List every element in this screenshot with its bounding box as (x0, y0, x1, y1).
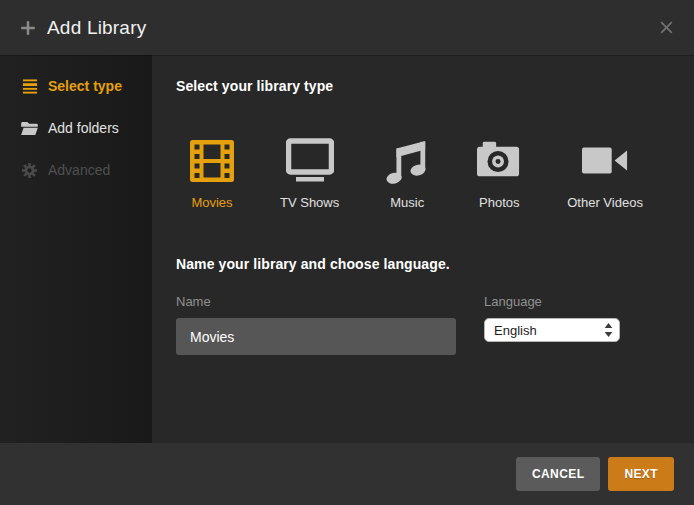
cancel-button[interactable]: CANCEL (516, 457, 600, 491)
dialog-body: Select type Add folders (0, 55, 694, 443)
language-select[interactable]: English (484, 318, 620, 342)
type-label: Photos (479, 195, 519, 210)
music-icon (383, 138, 431, 184)
dialog-footer: CANCEL NEXT (0, 443, 694, 505)
other-videos-icon (581, 138, 629, 184)
photos-icon (475, 138, 523, 184)
dialog-header: Add Library (0, 0, 694, 55)
dialog-title: Add Library (47, 17, 146, 39)
movies-icon (188, 138, 236, 184)
add-library-dialog: Add Library (0, 0, 694, 505)
main-panel: Select your library type (152, 55, 694, 443)
plus-icon (20, 20, 36, 36)
fields-row: Name Language English (176, 294, 670, 355)
type-option-tv-shows[interactable]: TV Shows (280, 138, 339, 210)
language-field-label: Language (484, 294, 620, 309)
sidebar-item-advanced: Advanced (0, 149, 152, 191)
language-select-value: English (494, 323, 604, 338)
type-section-heading: Select your library type (176, 78, 670, 94)
type-label: Movies (191, 195, 232, 210)
type-option-photos[interactable]: Photos (475, 138, 523, 210)
close-icon[interactable] (658, 20, 674, 36)
select-stepper-icon (604, 323, 613, 337)
wizard-steps-sidebar: Select type Add folders (0, 55, 152, 443)
gear-icon (21, 162, 38, 178)
type-option-movies[interactable]: Movies (188, 138, 236, 210)
type-label: TV Shows (280, 195, 339, 210)
sidebar-item-label: Add folders (48, 120, 119, 136)
sidebar-item-add-folders[interactable]: Add folders (0, 107, 152, 149)
type-label: Music (390, 195, 424, 210)
type-option-other-videos[interactable]: Other Videos (567, 138, 643, 210)
sidebar-item-label: Advanced (48, 162, 110, 178)
name-field-group: Name (176, 294, 456, 355)
type-label: Other Videos (567, 195, 643, 210)
tv-shows-icon (286, 138, 334, 184)
sidebar-item-select-type[interactable]: Select type (0, 65, 152, 107)
library-type-picker: Movies TV Shows (188, 138, 670, 210)
select-type-icon (21, 78, 38, 94)
folder-icon (21, 120, 38, 136)
library-name-input[interactable] (176, 318, 456, 355)
next-button[interactable]: NEXT (608, 457, 674, 491)
type-option-music[interactable]: Music (383, 138, 431, 210)
sidebar-item-label: Select type (48, 78, 122, 94)
language-field-group: Language English (484, 294, 620, 355)
name-field-label: Name (176, 294, 456, 309)
name-section-heading: Name your library and choose language. (176, 256, 670, 272)
